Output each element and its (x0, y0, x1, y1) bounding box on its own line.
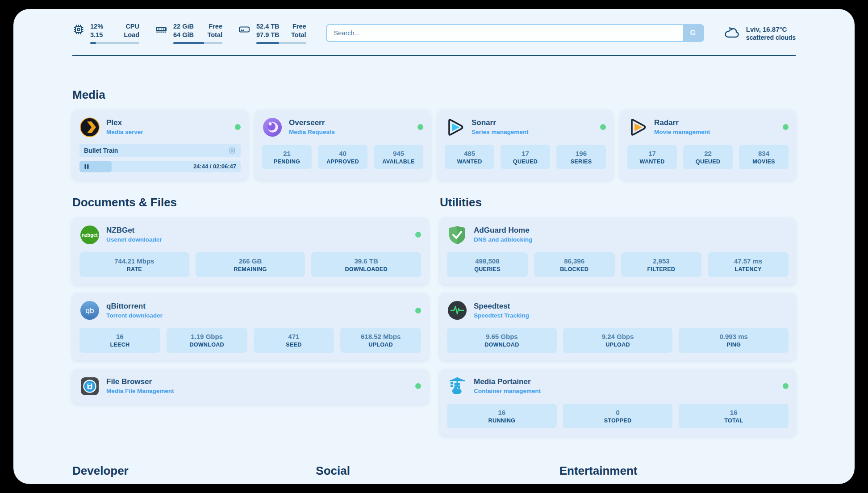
section-heading-developer: Developer (72, 464, 309, 478)
disk-monitor: 52.4 TB 97.9 TB Free Total (238, 22, 306, 44)
stat-box: 1.19 Gbps DOWNLOAD (167, 328, 247, 353)
status-dot (235, 124, 241, 130)
app-name: Overseerr (289, 118, 335, 128)
stat-box: 945 AVAILABLE (374, 145, 423, 170)
svg-text:qb: qb (86, 306, 94, 315)
app-desc: Movie management (654, 128, 710, 136)
now-playing-title: Bullet Train (84, 147, 118, 154)
plex-icon (79, 117, 100, 138)
app-desc: Torrent downloader (106, 312, 163, 320)
search-box: G (326, 24, 704, 42)
weather-location-temp: Lviv, 16.87°C (746, 25, 796, 34)
cpu-usage-value: 12% (90, 22, 113, 31)
stat-box: 618.52 Mbps UPLOAD (340, 328, 421, 353)
memory-monitor: 22 GiB 64 GiB Free Total (154, 22, 222, 44)
stat-box: 17 WANTED (627, 145, 677, 170)
stat-box: 2,953 FILTERED (621, 252, 702, 277)
filebrowser-card[interactable]: File Browser Media File Management (72, 369, 428, 404)
memory-progress-bar (173, 42, 222, 44)
cpu-load-label: Load (122, 31, 139, 39)
section-heading-documents: Documents & Files (72, 196, 428, 209)
playback-progress-bar[interactable]: 24:44 / 02:06:47 (79, 161, 241, 172)
app-desc: Speedtest Tracking (474, 312, 529, 320)
search-engine-button[interactable]: G (683, 25, 703, 41)
qbittorrent-icon: qb (79, 300, 100, 321)
weather-condition: scattered clouds (746, 33, 796, 42)
cpu-icon (72, 23, 85, 36)
stat-box: 0.993 ms PING (679, 328, 789, 353)
section-heading-social: Social (316, 464, 552, 478)
radarr-card[interactable]: Radarr Movie management 17 WANTED 22 QUE… (620, 110, 796, 180)
stat-box: 0 STOPPED (563, 404, 673, 429)
sonarr-card[interactable]: Sonarr Series management 485 WANTED 17 Q… (438, 110, 613, 180)
section-heading-media: Media (72, 88, 796, 102)
stat-box: 16 LEECH (79, 328, 160, 353)
app-name: qBittorrent (106, 301, 163, 312)
overseerr-card[interactable]: Overseerr Media Requests 21 PENDING 40 A… (255, 110, 430, 180)
resource-monitors: 12% 3.15 CPU Load (72, 22, 306, 44)
status-dot (415, 232, 421, 238)
cloud-icon (724, 26, 741, 40)
app-name: Media Portainer (474, 377, 541, 387)
qbittorrent-card[interactable]: qb qBittorrent Torrent downloader 16 LEE… (72, 293, 428, 360)
nzbget-card[interactable]: nzbget NZBGet Usenet downloader 744.21 M… (72, 217, 428, 284)
app-desc: DNS and adblocking (474, 236, 532, 244)
app-desc: Media server (106, 128, 143, 136)
cpu-progress-bar (90, 42, 139, 44)
stat-box: 86,396 BLOCKED (534, 252, 615, 277)
app-name: Speedtest (474, 301, 529, 312)
cpu-label: CPU (122, 22, 139, 31)
overseerr-icon (262, 117, 283, 138)
app-name: NZBGet (106, 226, 162, 236)
stat-box: 9.24 Gbps UPLOAD (563, 328, 673, 353)
memory-icon (154, 23, 168, 36)
radarr-icon (627, 117, 648, 138)
camera-icon[interactable] (228, 146, 236, 155)
stat-box: 196 SERIES (556, 145, 606, 170)
status-dot (783, 124, 789, 130)
cpu-load-value: 3.15 (90, 31, 113, 39)
sonarr-icon (445, 117, 465, 138)
svg-text:nzbget: nzbget (82, 232, 98, 238)
status-dot (417, 124, 423, 130)
section-heading-utilities: Utilities (440, 196, 796, 209)
app-name: Plex (106, 118, 143, 128)
portainer-card[interactable]: Media Portainer Container management 16 … (440, 369, 796, 436)
app-desc: Usenet downloader (106, 236, 162, 244)
status-dot (415, 383, 421, 389)
speedtest-card[interactable]: Speedtest Speedtest Tracking 9.65 Gbps D… (440, 293, 796, 360)
memory-free-label: Free (205, 22, 222, 31)
pause-icon[interactable] (84, 164, 89, 169)
app-name: Sonarr (472, 118, 529, 128)
portainer-icon (447, 376, 467, 397)
disk-total-value: 97.9 TB (256, 31, 280, 39)
adguard-card[interactable]: AdGuard Home DNS and adblocking 498,508 … (440, 217, 796, 284)
topbar: 12% 3.15 CPU Load (72, 22, 796, 44)
plex-card[interactable]: Plex Media server Bullet Train (72, 110, 248, 180)
app-desc: Series management (472, 128, 529, 136)
speedtest-icon (447, 300, 467, 321)
app-desc: Media Requests (289, 128, 335, 136)
now-playing-row: Bullet Train (79, 144, 241, 157)
stat-box: 39.6 TB DOWNLOADED (311, 252, 421, 277)
cpu-monitor: 12% 3.15 CPU Load (72, 22, 139, 44)
search-input[interactable] (327, 25, 683, 41)
stat-box: 266 GB REMAINING (196, 252, 305, 277)
disk-free-label: Free (289, 22, 306, 31)
stat-box: 744.21 Mbps RATE (79, 252, 189, 277)
disk-total-label: Total (289, 31, 306, 39)
app-name: AdGuard Home (474, 226, 532, 236)
topbar-divider (72, 55, 796, 56)
filebrowser-icon (79, 376, 100, 397)
disk-free-value: 52.4 TB (256, 22, 280, 31)
stat-box: 17 QUEUED (501, 145, 550, 170)
app-desc: Media File Management (106, 387, 174, 395)
stat-box: 47.57 ms LATENCY (708, 252, 789, 277)
section-heading-entertainment: Entertainment (559, 464, 796, 478)
app-name: File Browser (106, 377, 174, 387)
nzbget-icon: nzbget (79, 225, 100, 245)
stat-box: 834 MOVIES (739, 145, 789, 170)
app-name: Radarr (654, 118, 710, 128)
stat-box: 16 TOTAL (679, 404, 789, 429)
adguard-icon (447, 225, 467, 245)
